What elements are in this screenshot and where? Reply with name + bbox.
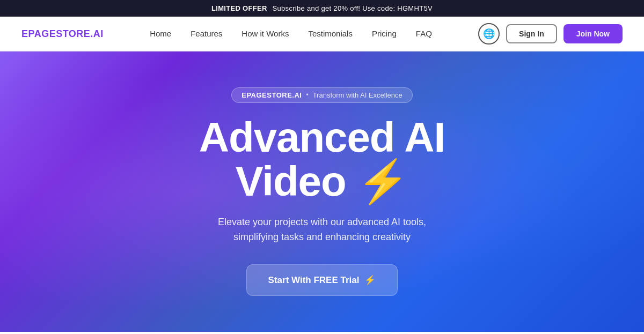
hero-badge-text: Transform with AI Excellence: [313, 91, 402, 99]
hero-cta-icon: ⚡: [364, 274, 376, 286]
nav-link-pricing[interactable]: Pricing: [372, 29, 397, 38]
hero-section: EPAGESTORE.AI • Transform with AI Excell…: [0, 51, 644, 332]
navbar-actions: 🌐 Sign In Join Now: [478, 23, 623, 44]
globe-button[interactable]: 🌐: [478, 23, 500, 44]
nav-link-testimonials[interactable]: Testimonials: [308, 29, 353, 38]
top-banner: LIMITED OFFER Subscribe and get 20% off!…: [0, 0, 644, 17]
hero-subtitle: Elevate your projects with our advanced …: [209, 214, 435, 246]
hero-cta-label: Start With FREE Trial: [268, 275, 360, 286]
hero-badge: EPAGESTORE.AI • Transform with AI Excell…: [231, 87, 413, 103]
hero-title-line1: Advanced AI: [199, 114, 445, 161]
nav-link-features[interactable]: Features: [191, 29, 222, 38]
nav-link-faq[interactable]: FAQ: [416, 29, 432, 38]
banner-offer-label: LIMITED OFFER: [211, 4, 267, 12]
navbar-logo[interactable]: EPAGESTORE.AI: [21, 28, 104, 40]
nav-link-how-it-works[interactable]: How it Works: [241, 29, 289, 38]
hero-cta-button[interactable]: Start With FREE Trial ⚡: [246, 264, 398, 296]
join-now-button[interactable]: Join Now: [564, 24, 623, 43]
hero-title: Advanced AI Video ⚡: [199, 116, 445, 204]
sign-in-button[interactable]: Sign In: [506, 24, 557, 43]
hero-badge-dot: •: [306, 91, 308, 99]
nav-link-home[interactable]: Home: [150, 29, 171, 38]
globe-icon: 🌐: [483, 28, 495, 40]
banner-offer-text: Subscribe and get 20% off! Use code: HGM…: [273, 4, 433, 12]
navbar: EPAGESTORE.AI Home Features How it Works…: [0, 17, 644, 51]
hero-badge-brand: EPAGESTORE.AI: [241, 91, 302, 99]
hero-title-line2: Video ⚡: [236, 158, 409, 205]
navbar-links: Home Features How it Works Testimonials …: [150, 29, 432, 39]
